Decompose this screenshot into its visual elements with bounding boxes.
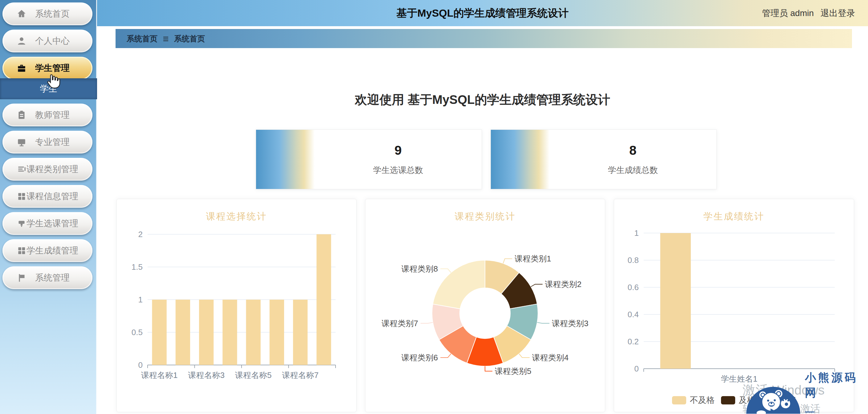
svg-text:2: 2 (138, 230, 143, 239)
svg-text:课程名称5: 课程名称5 (235, 371, 272, 380)
welcome-title: 欢迎使用 基于MySQL的学生成绩管理系统设计 (97, 91, 868, 108)
svg-text:课程名称1: 课程名称1 (141, 371, 178, 380)
svg-text:1.5: 1.5 (131, 262, 143, 272)
sidebar-item-label: 课程类别管理 (27, 164, 78, 175)
donut-chart-svg: 课程类别1课程类别2课程类别3课程类别4课程类别5课程类别6课程类别7课程类别8 (366, 221, 605, 409)
logout-link[interactable]: 退出登录 (820, 7, 855, 19)
svg-text:1: 1 (138, 295, 143, 304)
sidebar-item-label: 系统管理 (27, 272, 78, 284)
stat-card-gradient-strip (256, 130, 315, 189)
sidebar-item-label: 课程信息管理 (27, 190, 78, 202)
page-title: 基于MySQL的学生成绩管理系统设计 (97, 6, 868, 20)
svg-text:课程类别5: 课程类别5 (495, 366, 531, 376)
breadcrumb-current: 系统首页 (174, 34, 205, 44)
stat-card-score-total: 8 学生成绩总数 (491, 129, 717, 189)
stat-card-label: 学生成绩总数 (608, 165, 658, 176)
clipboard-icon (17, 110, 27, 120)
sidebar-item-home[interactable]: 系统首页 (2, 2, 92, 25)
svg-text:课程名称7: 课程名称7 (282, 371, 318, 380)
svg-text:课程类别8: 课程类别8 (401, 264, 438, 273)
course-category-chart-panel: 课程类别统计 课程类别1课程类别2课程类别3课程类别4课程类别5课程类别6课程类… (365, 199, 605, 412)
sidebar-item-label: 专业管理 (27, 136, 78, 148)
sidebar-item-teacher-mgmt[interactable]: 教师管理 (2, 104, 92, 126)
svg-text:课程类别3: 课程类别3 (552, 319, 588, 328)
sidebar-item-course-category-mgmt[interactable]: 课程类别管理 (2, 158, 92, 181)
legend-item-fail[interactable]: 不及格 (672, 394, 715, 406)
header: 基于MySQL的学生成绩管理系统设计 管理员 admin 退出登录 (97, 0, 868, 26)
sidebar-subitem-student[interactable]: 学生 (0, 78, 97, 99)
svg-text:课程名称3: 课程名称3 (188, 371, 224, 380)
svg-text:课程类别2: 课程类别2 (545, 279, 582, 289)
user-icon (17, 36, 27, 46)
svg-text:0.5: 0.5 (131, 328, 143, 337)
breadcrumb-root[interactable]: 系统首页 (127, 34, 157, 44)
svg-text:0.2: 0.2 (628, 337, 639, 346)
svg-text:0: 0 (634, 364, 639, 373)
brand-watermark: 小熊源码网 —666bear.com— (723, 368, 868, 414)
page: 系统首页 个人中心 学生管理 学生 教师管理 专业管理 课程类别管理 课程信息管… (0, 0, 868, 414)
breadcrumb: 系统首页 系统首页 (116, 29, 852, 48)
sidebar-item-label: 个人中心 (27, 35, 78, 47)
stat-card-value: 8 (629, 143, 636, 158)
sidebar: 系统首页 个人中心 学生管理 学生 教师管理 专业管理 课程类别管理 课程信息管… (0, 0, 97, 414)
svg-text:课程类别4: 课程类别4 (532, 353, 568, 362)
course-selection-chart-panel: 课程选择统计 00.511.52课程名称1课程名称3课程名称5课程名称7 (117, 199, 356, 412)
sidebar-subitem-label: 学生 (40, 83, 57, 95)
briefcase-icon (17, 63, 27, 73)
sidebar-item-student-mgmt[interactable]: 学生管理 (2, 57, 92, 80)
stat-card-course-selection-total: 9 学生选课总数 (256, 129, 482, 189)
svg-text:课程类别7: 课程类别7 (381, 319, 418, 328)
flag-icon (17, 273, 27, 283)
sidebar-item-label: 教师管理 (27, 109, 78, 121)
svg-text:0: 0 (138, 360, 143, 369)
site-domain: —666bear.com— (805, 406, 868, 414)
stat-card-body: 9 学生选课总数 (315, 130, 482, 189)
hamburger-icon (162, 35, 169, 42)
grid-icon (17, 246, 27, 256)
sidebar-item-label: 学生选课管理 (27, 218, 78, 229)
stat-card-label: 学生选课总数 (373, 165, 423, 176)
legend-swatch (672, 396, 686, 405)
stat-card-body: 8 学生成绩总数 (549, 130, 716, 189)
sidebar-item-system-mgmt[interactable]: 系统管理 (2, 266, 92, 289)
sidebar-item-score-mgmt[interactable]: 学生成绩管理 (2, 239, 92, 262)
sidebar-item-course-info-mgmt[interactable]: 课程信息管理 (2, 185, 92, 208)
stat-card-gradient-strip (491, 130, 549, 189)
sidebar-item-label: 学生成绩管理 (27, 245, 78, 257)
site-name: 小熊源码网 (805, 370, 868, 401)
svg-text:课程类别1: 课程类别1 (514, 254, 551, 263)
sidebar-item-label: 系统首页 (27, 8, 78, 20)
bear-logo (745, 384, 802, 414)
sidebar-item-profile[interactable]: 个人中心 (2, 30, 92, 52)
user-role-label: 管理员 admin (762, 7, 814, 19)
svg-text:0.4: 0.4 (628, 310, 639, 319)
sidebar-item-label: 学生管理 (27, 62, 78, 74)
svg-text:0.8: 0.8 (628, 256, 639, 265)
bar-chart-svg: 00.511.52课程名称1课程名称3课程名称5课程名称7 (117, 221, 356, 409)
svg-text:0.6: 0.6 (628, 283, 639, 292)
grid-icon (17, 191, 27, 201)
svg-text:1: 1 (634, 229, 639, 238)
sidebar-item-major-mgmt[interactable]: 专业管理 (2, 131, 92, 153)
stamp-icon (17, 218, 27, 229)
stat-card-value: 9 (394, 143, 402, 158)
svg-text:课程类别6: 课程类别6 (401, 353, 438, 362)
list-icon (17, 164, 27, 174)
home-icon (17, 9, 27, 19)
user-box: 管理员 admin 退出登录 (762, 7, 855, 19)
brand-text: 小熊源码网 —666bear.com— (805, 370, 868, 414)
sidebar-item-course-selection-mgmt[interactable]: 学生选课管理 (2, 212, 92, 235)
legend-label: 不及格 (690, 394, 715, 406)
monitor-icon (17, 137, 27, 147)
